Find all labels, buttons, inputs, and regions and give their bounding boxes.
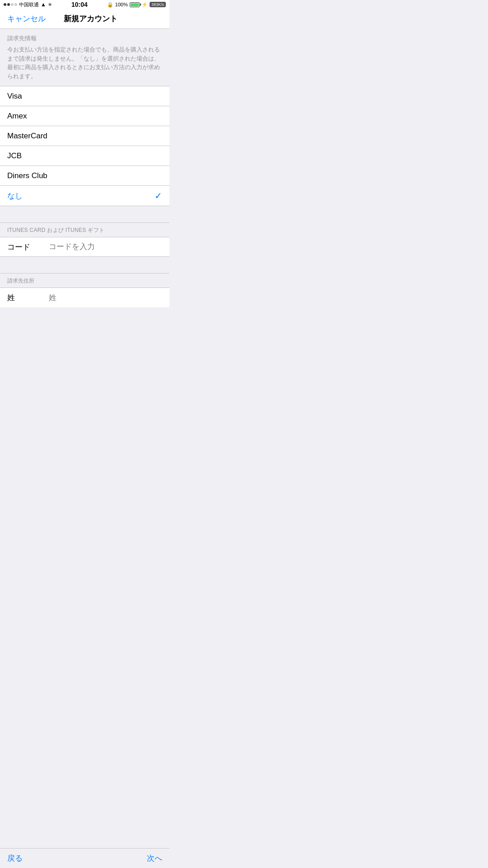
loading-icon: ✳ [48,2,52,8]
battery-icon [130,2,140,7]
code-label: コード [7,242,43,252]
payment-option-jcb[interactable]: JCB [0,146,169,166]
payment-option-none[interactable]: なし ✓ [0,186,169,206]
payment-options-table: Visa Amex MasterCard JCB Diners Club なし … [0,86,169,206]
signal-dot-4 [14,3,17,6]
section-gap-2 [0,257,169,273]
code-input[interactable] [43,242,162,251]
signal-dot-2 [7,3,10,6]
lastname-row[interactable]: 姓 [0,288,169,307]
jcb-label: JCB [7,151,22,160]
payment-option-amex[interactable]: Amex [0,106,169,126]
lock-icon: 🔒 [107,2,113,8]
speed-badge: 383K/s [150,2,166,7]
itunes-section-title: ITUNES CARD および ITUNES ギフト [7,226,162,234]
amex-label: Amex [7,112,27,121]
section-gap-1 [0,206,169,222]
signal-dot-3 [11,3,14,6]
code-input-row[interactable]: コード [0,237,169,257]
info-section-text: 今お支払い方法を指定された場合でも、商品を購入されるまで請求は発生しません。「な… [7,45,162,80]
signal-dot-1 [4,3,6,6]
lastname-input[interactable] [43,293,162,302]
battery-fill [131,3,139,6]
mastercard-label: MasterCard [7,132,47,141]
page-title: 新規アカウント [64,14,117,24]
carrier-label: 中国联通 [19,1,39,8]
status-left: 中国联通 ▲ ✳ [4,1,52,8]
payment-option-visa[interactable]: Visa [0,86,169,106]
battery-container [130,2,140,7]
status-bar: 中国联通 ▲ ✳ 10:04 🔒 100% ⚡ 383K/s [0,0,169,9]
battery-percent: 100% [115,2,128,7]
billing-section-title: 請求先住所 [7,277,162,285]
lightning-icon: ⚡ [141,2,148,8]
payment-option-mastercard[interactable]: MasterCard [0,126,169,146]
none-label: なし [7,191,23,201]
info-section-title: 請求先情報 [7,34,162,42]
info-section: 請求先情報 今お支払い方法を指定された場合でも、商品を購入されるまで請求は発生し… [0,29,169,86]
clock: 10:04 [71,1,88,8]
itunes-section-header: ITUNES CARD および ITUNES ギフト [0,222,169,237]
checkmark-icon: ✓ [155,190,162,201]
visa-label: Visa [7,92,22,101]
status-right: 🔒 100% ⚡ 383K/s [107,2,166,8]
cancel-button[interactable]: キャンセル [7,14,46,24]
nav-bar: キャンセル 新規アカウント [0,9,169,29]
payment-option-diners[interactable]: Diners Club [0,166,169,186]
billing-section-header: 請求先住所 [0,273,169,288]
wifi-icon: ▲ [41,1,46,8]
diners-label: Diners Club [7,171,47,180]
lastname-label: 姓 [7,292,43,303]
signal-dots [4,3,17,6]
